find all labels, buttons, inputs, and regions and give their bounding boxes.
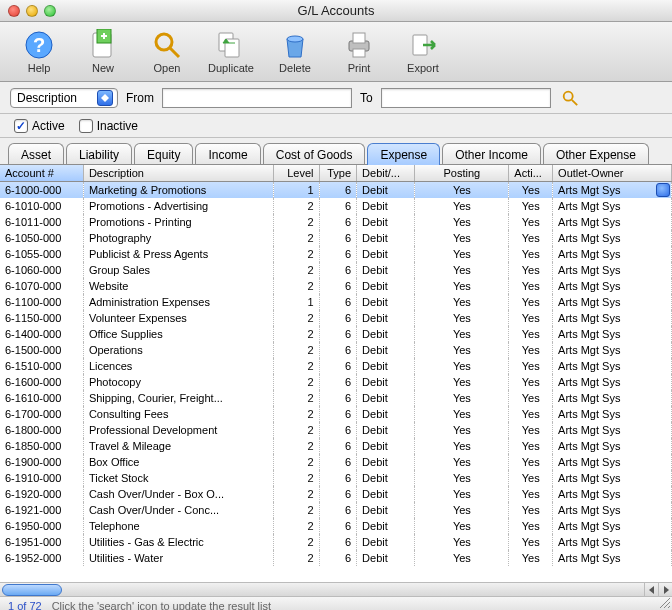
table-row[interactable]: 6-1050-000Photography26DebitYesYesArts M… <box>0 230 672 246</box>
table-row[interactable]: 6-1800-000Professional Development26Debi… <box>0 422 672 438</box>
cell-type: 6 <box>319 358 357 374</box>
hscroll-right-button[interactable] <box>658 583 672 597</box>
table-row[interactable]: 6-1921-000Cash Over/Under - Conc...26Deb… <box>0 502 672 518</box>
new-button[interactable]: New <box>78 25 128 79</box>
tab-liability[interactable]: Liability <box>66 143 132 165</box>
horizontal-scrollbar[interactable] <box>0 582 672 596</box>
from-label: From <box>126 91 154 105</box>
tab-income[interactable]: Income <box>195 143 260 165</box>
from-input[interactable] <box>162 88 352 108</box>
table-row[interactable]: 6-1850-000Travel & Mileage26DebitYesYesA… <box>0 438 672 454</box>
cell-active: Yes <box>509 438 553 454</box>
zoom-window-button[interactable] <box>44 5 56 17</box>
filter-field-combo[interactable]: Description <box>10 88 118 108</box>
cell-account: 6-1150-000 <box>0 310 83 326</box>
cell-account: 6-1070-000 <box>0 278 83 294</box>
filter-bar: Description From To <box>0 82 672 114</box>
cell-type: 6 <box>319 262 357 278</box>
svg-rect-10 <box>353 33 365 43</box>
table-row[interactable]: 6-1100-000Administration Expenses16Debit… <box>0 294 672 310</box>
cell-account: 6-1910-000 <box>0 470 83 486</box>
cell-debitcredit: Debit <box>357 294 415 310</box>
cell-type: 6 <box>319 214 357 230</box>
scroll-thumb-icon[interactable] <box>656 183 670 197</box>
cell-level: 2 <box>273 278 319 294</box>
tab-other-income[interactable]: Other Income <box>442 143 541 165</box>
tab-cost-of-goods[interactable]: Cost of Goods <box>263 143 366 165</box>
cell-posting: Yes <box>415 534 509 550</box>
col-header-active[interactable]: Acti... <box>509 165 553 182</box>
minimize-window-button[interactable] <box>26 5 38 17</box>
table-row[interactable]: 6-1500-000Operations26DebitYesYesArts Mg… <box>0 342 672 358</box>
table-row[interactable]: 6-1900-000Box Office26DebitYesYesArts Mg… <box>0 454 672 470</box>
hscroll-track[interactable] <box>0 583 644 597</box>
cell-account: 6-1950-000 <box>0 518 83 534</box>
col-header-level[interactable]: Level <box>273 165 319 182</box>
hscroll-thumb[interactable] <box>2 584 62 596</box>
tab-equity[interactable]: Equity <box>134 143 193 165</box>
cell-level: 2 <box>273 246 319 262</box>
cell-active: Yes <box>509 246 553 262</box>
cell-outlet: Arts Mgt Sys <box>553 486 672 502</box>
col-header-account[interactable]: Account # <box>0 165 83 182</box>
cell-description: Ticket Stock <box>83 470 273 486</box>
window-title: G/L Accounts <box>0 3 672 18</box>
export-button[interactable]: Export <box>398 25 448 79</box>
help-button[interactable]: ? Help <box>14 25 64 79</box>
table-container[interactable]: Account # Description Level Type Debit/.… <box>0 164 672 582</box>
tab-other-expense[interactable]: Other Expense <box>543 143 649 165</box>
to-input[interactable] <box>381 88 551 108</box>
col-header-posting[interactable]: Posting <box>415 165 509 182</box>
tab-expense[interactable]: Expense <box>367 143 440 165</box>
cell-level: 2 <box>273 374 319 390</box>
close-window-button[interactable] <box>8 5 20 17</box>
duplicate-button[interactable]: Duplicate <box>206 25 256 79</box>
open-button[interactable]: Open <box>142 25 192 79</box>
table-row[interactable]: 6-1952-000Utilities - Water26DebitYesYes… <box>0 550 672 566</box>
cell-posting: Yes <box>415 310 509 326</box>
table-row[interactable]: 6-1150-000Volunteer Expenses26DebitYesYe… <box>0 310 672 326</box>
col-header-debitcredit[interactable]: Debit/... <box>357 165 415 182</box>
cell-account: 6-1921-000 <box>0 502 83 518</box>
table-row[interactable]: 6-1510-000Licences26DebitYesYesArts Mgt … <box>0 358 672 374</box>
col-header-description[interactable]: Description <box>83 165 273 182</box>
delete-button[interactable]: Delete <box>270 25 320 79</box>
hscroll-left-button[interactable] <box>644 583 658 597</box>
search-button[interactable] <box>559 88 581 108</box>
cell-debitcredit: Debit <box>357 230 415 246</box>
table-row[interactable]: 6-1600-000Photocopy26DebitYesYesArts Mgt… <box>0 374 672 390</box>
cell-posting: Yes <box>415 470 509 486</box>
cell-debitcredit: Debit <box>357 358 415 374</box>
cell-outlet: Arts Mgt Sys <box>553 262 672 278</box>
table-row[interactable]: 6-1011-000Promotions - Printing26DebitYe… <box>0 214 672 230</box>
cell-description: Administration Expenses <box>83 294 273 310</box>
cell-active: Yes <box>509 518 553 534</box>
table-row[interactable]: 6-1610-000Shipping, Courier, Freight...2… <box>0 390 672 406</box>
table-row[interactable]: 6-1951-000Utilities - Gas & Electric26De… <box>0 534 672 550</box>
active-checkbox[interactable]: Active <box>14 119 65 133</box>
cell-outlet: Arts Mgt Sys <box>553 182 672 198</box>
cell-type: 6 <box>319 294 357 310</box>
table-row[interactable]: 6-1070-000Website26DebitYesYesArts Mgt S… <box>0 278 672 294</box>
table-row[interactable]: 6-1700-000Consulting Fees26DebitYesYesAr… <box>0 406 672 422</box>
table-row[interactable]: 6-1060-000Group Sales26DebitYesYesArts M… <box>0 262 672 278</box>
tab-asset[interactable]: Asset <box>8 143 64 165</box>
cell-account: 6-1610-000 <box>0 390 83 406</box>
cell-account: 6-1952-000 <box>0 550 83 566</box>
resize-grip-icon[interactable] <box>658 596 670 608</box>
cell-account: 6-1920-000 <box>0 486 83 502</box>
col-header-outlet[interactable]: Outlet-Owner <box>553 165 672 182</box>
inactive-checkbox[interactable]: Inactive <box>79 119 138 133</box>
table-row[interactable]: 6-1400-000Office Supplies26DebitYesYesAr… <box>0 326 672 342</box>
print-button[interactable]: Print <box>334 25 384 79</box>
cell-description: Consulting Fees <box>83 406 273 422</box>
table-row[interactable]: 6-1055-000Publicist & Press Agents26Debi… <box>0 246 672 262</box>
inactive-checkbox-label: Inactive <box>97 119 138 133</box>
cell-type: 6 <box>319 310 357 326</box>
table-row[interactable]: 6-1950-000Telephone26DebitYesYesArts Mgt… <box>0 518 672 534</box>
table-row[interactable]: 6-1920-000Cash Over/Under - Box O...26De… <box>0 486 672 502</box>
table-row[interactable]: 6-1010-000Promotions - Advertising26Debi… <box>0 198 672 214</box>
table-row[interactable]: 6-1000-000Marketing & Promotions16DebitY… <box>0 182 672 198</box>
col-header-type[interactable]: Type <box>319 165 357 182</box>
table-row[interactable]: 6-1910-000Ticket Stock26DebitYesYesArts … <box>0 470 672 486</box>
